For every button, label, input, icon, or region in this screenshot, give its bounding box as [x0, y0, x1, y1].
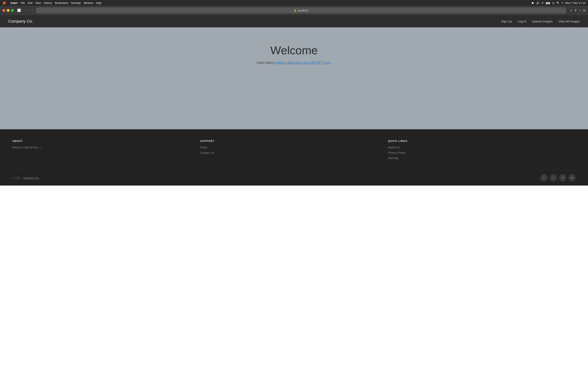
- site-nav: Company Co. Sign Up Log In Upload Images…: [0, 15, 588, 27]
- sidebar-toggle-button[interactable]: ⬜: [16, 8, 22, 13]
- lock-icon: 🔒: [294, 9, 297, 12]
- hero-title: Welcome: [270, 44, 318, 57]
- maximize-button[interactable]: [11, 9, 14, 12]
- footer-faq-link[interactable]: FAQs: [200, 146, 388, 149]
- hero-subtitle: Learn about building Web apps with ASP.N…: [256, 61, 331, 65]
- view-all-images-link[interactable]: View All Images: [558, 20, 580, 23]
- site-logo[interactable]: Company Co.: [8, 19, 33, 24]
- menu-edit[interactable]: Edit: [28, 1, 32, 4]
- footer-privacy-link[interactable]: Privacy Policy: [388, 151, 576, 154]
- twitter-icon[interactable]: t: [550, 174, 557, 182]
- footer-quicklinks-col: QUICK LINKS About Us Privacy Policy Site…: [388, 140, 576, 162]
- menu-safari[interactable]: Safari: [10, 1, 18, 4]
- browser-right-controls: ⬆ + ⊞: [574, 8, 586, 12]
- wifi-icon: ◎: [552, 1, 554, 4]
- menu-file[interactable]: File: [21, 1, 25, 4]
- forward-button[interactable]: ›: [30, 8, 34, 13]
- footer-about-us-link[interactable]: About Us: [388, 146, 576, 149]
- site-footer: ABOUT Here's a load of text....! SUPPORT…: [0, 129, 588, 185]
- bluetooth-icon: ✦: [541, 1, 544, 4]
- new-tab-button[interactable]: +: [579, 8, 581, 12]
- hero-subtitle-before: Learn about: [256, 61, 275, 64]
- footer-about-text: Here's a load of text....!: [12, 146, 200, 149]
- signup-link[interactable]: Sign Up: [501, 20, 512, 23]
- menu-help[interactable]: Help: [96, 1, 102, 4]
- close-button[interactable]: [2, 9, 5, 12]
- tab-grid-button[interactable]: ⊞: [583, 8, 586, 12]
- menu-develop[interactable]: Develop: [71, 1, 81, 4]
- menubar-right-icons: ⏺ 🔊 ✦ ▮▮▮ ◎ 🔍 ≡ Mon 7 Nov 11:10: [531, 1, 586, 4]
- hero-subtitle-after: .: [330, 61, 331, 64]
- dribbble-icon[interactable]: d: [559, 174, 566, 182]
- media-icon: ⏺: [531, 1, 534, 4]
- footer-bottom: © 2021 - Company Co. f t d in: [12, 170, 576, 185]
- address-bar[interactable]: 🔒 localhost: [36, 7, 566, 13]
- footer-support-col: SUPPORT FAQs Contact Us: [200, 140, 388, 162]
- nav-links: Sign Up Log In Upload Images View All Im…: [501, 20, 580, 23]
- mac-menubar: 🍎 Safari File Edit View History Bookmark…: [0, 0, 588, 6]
- footer-about-col: ABOUT Here's a load of text....!: [12, 140, 200, 162]
- battery-icon: ▮▮▮: [546, 1, 550, 4]
- facebook-icon[interactable]: f: [540, 174, 548, 182]
- back-button[interactable]: ‹: [26, 8, 29, 13]
- browser-chrome: ⬜ ‹ › 🔒 localhost ↺ ⬆ + ⊞: [0, 6, 588, 15]
- footer-support-heading: SUPPORT: [200, 140, 388, 142]
- footer-quicklinks-heading: QUICK LINKS: [388, 140, 576, 142]
- linkedin-icon[interactable]: in: [568, 174, 576, 182]
- footer-sitemap-link[interactable]: Sitemap: [388, 156, 576, 160]
- upload-images-link[interactable]: Upload Images: [532, 20, 553, 23]
- footer-copyright: © 2021 - Company Co.: [12, 176, 39, 179]
- footer-columns: ABOUT Here's a load of text....! SUPPORT…: [12, 140, 576, 162]
- minimize-button[interactable]: [7, 9, 9, 12]
- share-button[interactable]: ⬆: [574, 8, 577, 12]
- menu-window[interactable]: Window: [84, 1, 93, 4]
- footer-about-heading: ABOUT: [12, 140, 200, 142]
- search-icon[interactable]: 🔍: [556, 1, 560, 4]
- footer-contact-link[interactable]: Contact Us: [200, 151, 388, 154]
- menu-history[interactable]: History: [44, 1, 52, 4]
- hero-section: Welcome Learn about building Web apps wi…: [0, 27, 588, 129]
- copyright-text: © 2021 -: [12, 176, 23, 179]
- traffic-lights: [2, 9, 14, 12]
- aspnet-link[interactable]: building Web apps with ASP.NET Core: [275, 61, 330, 64]
- browser-nav-controls: ‹ ›: [26, 8, 34, 13]
- menu-view[interactable]: View: [35, 1, 41, 4]
- social-icons: f t d in: [540, 174, 576, 182]
- menu-bookmarks[interactable]: Bookmarks: [55, 1, 68, 4]
- volume-icon: 🔊: [536, 1, 539, 4]
- control-center-icon[interactable]: ≡: [562, 1, 563, 4]
- refresh-button[interactable]: ↺: [570, 9, 572, 12]
- mac-menu-items: Safari File Edit View History Bookmarks …: [10, 1, 102, 4]
- copyright-link[interactable]: Company Co.: [23, 176, 39, 179]
- login-link[interactable]: Log In: [518, 20, 526, 23]
- apple-logo-icon: 🍎: [2, 1, 6, 5]
- menubar-clock: Mon 7 Nov 11:10: [565, 1, 586, 4]
- url-text: localhost: [298, 9, 308, 12]
